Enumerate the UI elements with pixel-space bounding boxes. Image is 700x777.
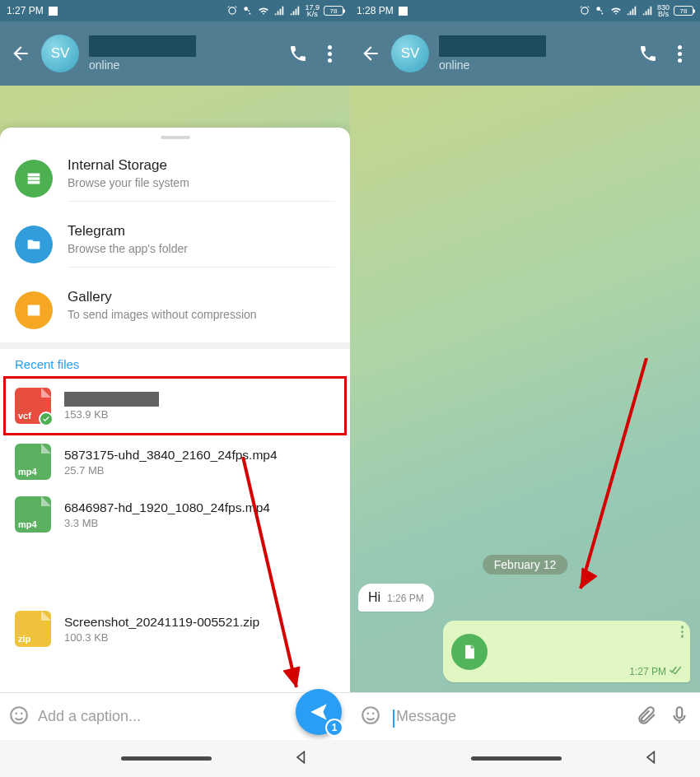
file-size: 25.7 MB (64, 464, 335, 477)
gallery-icon (15, 291, 53, 329)
attach-button[interactable] (636, 705, 657, 729)
chat-title-area[interactable]: online (89, 35, 278, 72)
avatar[interactable]: SV (391, 35, 429, 72)
more-button[interactable] (319, 43, 340, 64)
mic-button[interactable] (669, 705, 690, 729)
file-row[interactable]: zip Screenshot_20241119-005521.zip100.3 … (0, 603, 350, 655)
file-icon-mp4: mp4 (15, 444, 51, 480)
avatar[interactable]: SV (41, 35, 79, 72)
message-time: 1:27 PM (629, 665, 682, 677)
incoming-message[interactable]: Hi 1:26 PM (358, 584, 434, 612)
send-button[interactable]: 1 (296, 689, 342, 735)
source-title: Gallery (68, 289, 335, 305)
source-sub: Browse your file system (68, 176, 335, 189)
more-button[interactable] (669, 43, 690, 64)
file-size: 3.3 MB (64, 517, 335, 529)
key-icon (595, 5, 606, 16)
read-ticks-icon (669, 665, 682, 677)
svg-point-7 (362, 707, 379, 723)
file-size: 153.9 KB (64, 408, 335, 421)
outgoing-file-message[interactable]: 1:27 PM (443, 621, 690, 682)
chat-header: SV online (0, 21, 350, 86)
file-icon-zip: zip (15, 611, 51, 647)
nav-bar (350, 740, 700, 777)
status-bar: 1:27 PM 17.9K/s 78 (0, 0, 350, 21)
net-speed: 17.9K/s (305, 4, 320, 17)
message-time: 1:26 PM (387, 593, 424, 604)
svg-point-2 (15, 712, 17, 714)
message-menu-icon[interactable] (681, 626, 684, 638)
svg-point-1 (11, 707, 27, 723)
emoji-button[interactable] (360, 705, 381, 729)
selected-check-icon (39, 412, 54, 426)
message-bar[interactable]: Message (350, 692, 700, 740)
chat-area: February 12 Hi 1:26 PM 1:27 PM (350, 86, 700, 777)
chat-title-area[interactable]: online (439, 35, 628, 72)
document-icon[interactable] (451, 634, 488, 670)
nav-back[interactable] (293, 749, 310, 769)
file-row[interactable]: mp4 6846987-hd_1920_1080_24fps.mp43.3 MB (0, 488, 350, 541)
source-internal-storage[interactable]: Internal StorageBrowse your file system (0, 146, 350, 212)
status-bar: 1:28 PM 830B/s 78 (350, 0, 700, 21)
notification-icon (49, 7, 58, 16)
clock: 1:27 PM (7, 5, 44, 16)
folder-icon (15, 226, 53, 263)
file-name-redacted (64, 392, 159, 407)
message-input[interactable]: Message (393, 708, 624, 725)
alarm-icon (226, 5, 238, 16)
date-chip: February 12 (483, 555, 567, 575)
chat-header: SV online (350, 21, 700, 86)
signal-icon-2 (642, 5, 653, 16)
source-sub: Browse the app's folder (68, 242, 335, 255)
source-title: Internal Storage (68, 157, 335, 174)
contact-name-redacted (439, 35, 546, 57)
back-button[interactable] (10, 43, 31, 64)
file-icon-vcf: vcf (15, 388, 51, 424)
svg-point-0 (245, 7, 249, 11)
file-row-vcf[interactable]: vcf 153.9 KB (0, 376, 350, 435)
file-size: 100.3 KB (64, 631, 335, 644)
battery-icon: 78 (324, 6, 343, 16)
svg-point-3 (21, 712, 23, 714)
source-sub: To send images without compression (68, 308, 335, 321)
svg-rect-10 (677, 707, 683, 718)
recent-files-header: Recent files (0, 349, 350, 376)
nav-home[interactable] (121, 756, 212, 761)
file-icon-mp4: mp4 (15, 496, 51, 533)
signal-icon (626, 5, 637, 16)
call-button[interactable] (287, 43, 309, 64)
storage-icon (15, 160, 53, 198)
source-gallery[interactable]: GalleryTo send images without compressio… (0, 277, 350, 342)
net-speed: 830B/s (657, 4, 670, 17)
sheet-handle[interactable] (161, 136, 190, 139)
nav-back[interactable] (643, 749, 660, 769)
svg-point-6 (596, 7, 600, 11)
send-count-badge: 1 (325, 719, 343, 737)
file-name: Screenshot_20241119-005521.zip (64, 615, 335, 630)
contact-status: online (439, 58, 628, 72)
caption-bar[interactable]: Add a caption... 1 (0, 692, 350, 740)
clock: 1:28 PM (357, 5, 394, 16)
signal-icon (273, 5, 285, 16)
file-row[interactable]: mp4 5873175-uhd_3840_2160_24fps.mp425.7 … (0, 435, 350, 488)
contact-status: online (89, 58, 278, 72)
back-button[interactable] (360, 43, 381, 64)
nav-home[interactable] (471, 756, 562, 761)
notification-icon (399, 7, 408, 16)
svg-point-8 (366, 712, 369, 714)
contact-name-redacted (89, 35, 196, 57)
source-title: Telegram (68, 223, 335, 240)
nav-bar (0, 740, 350, 777)
call-button[interactable] (637, 43, 659, 64)
emoji-button[interactable] (8, 705, 30, 729)
alarm-icon (579, 5, 590, 16)
signal-icon-2 (289, 5, 301, 16)
screenshot-right: 1:28 PM 830B/s 78 SV online February 12 … (350, 0, 700, 777)
wifi-icon (258, 5, 269, 16)
battery-icon: 78 (674, 6, 693, 16)
wifi-icon (610, 5, 622, 16)
file-name: 6846987-hd_1920_1080_24fps.mp4 (64, 500, 335, 515)
svg-point-9 (372, 712, 375, 714)
key-icon (242, 5, 254, 16)
source-telegram[interactable]: TelegramBrowse the app's folder (0, 212, 350, 277)
